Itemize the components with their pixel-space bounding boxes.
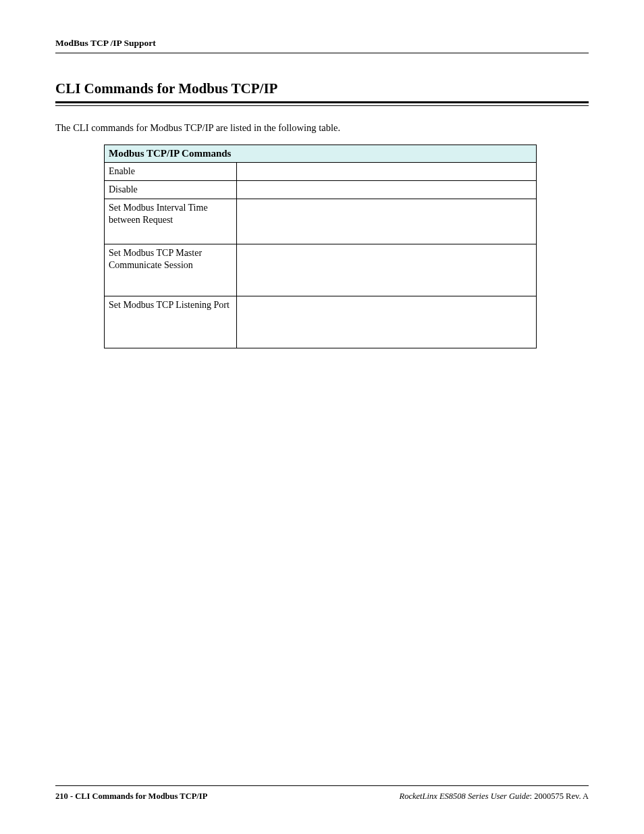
section-title: CLI Commands for Modbus TCP/IP xyxy=(55,80,589,97)
cmd-label: Disable xyxy=(105,181,237,199)
footer-page-label: 210 - CLI Commands for Modbus TCP/IP xyxy=(55,791,207,802)
table-caption: Modbus TCP/IP Commands xyxy=(105,145,537,163)
cmd-label: Enable xyxy=(105,163,237,181)
table-row: Disable xyxy=(105,181,537,199)
footer-doc-title: RocketLinx ES8508 Series User Guide xyxy=(400,791,530,801)
cmd-value xyxy=(237,244,537,296)
commands-table: Modbus TCP/IP Commands Enable Disable Se… xyxy=(104,145,537,348)
section-intro: The CLI commands for Modbus TCP/IP are l… xyxy=(55,122,589,134)
running-header: ModBus TCP /IP Support xyxy=(55,38,589,53)
cmd-label: Set Modbus Interval Time between Request xyxy=(105,199,237,244)
footer-doc-ref: RocketLinx ES8508 Series User Guide: 200… xyxy=(400,791,589,802)
table-row: Set Modbus TCP Listening Port xyxy=(105,296,537,348)
table-row: Enable xyxy=(105,163,537,181)
cmd-value xyxy=(237,181,537,199)
table-row: Set Modbus TCP Master Communicate Sessio… xyxy=(105,244,537,296)
table-row: Set Modbus Interval Time between Request xyxy=(105,199,537,244)
section-rule xyxy=(55,101,589,106)
cmd-value xyxy=(237,163,537,181)
cmd-label: Set Modbus TCP Master Communicate Sessio… xyxy=(105,244,237,296)
footer-doc-rev: : 2000575 Rev. A xyxy=(530,791,589,801)
cmd-label: Set Modbus TCP Listening Port xyxy=(105,296,237,348)
page-footer: 210 - CLI Commands for Modbus TCP/IP Roc… xyxy=(55,785,589,802)
cmd-value xyxy=(237,199,537,244)
cmd-value xyxy=(237,296,537,348)
